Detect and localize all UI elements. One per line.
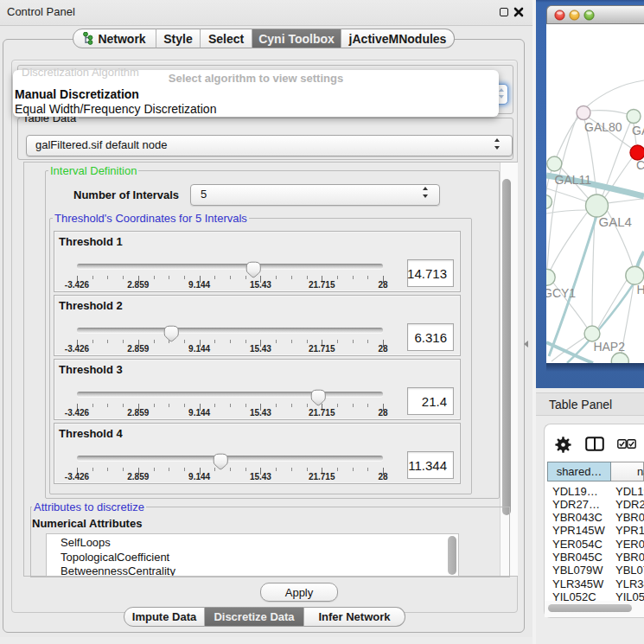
- svg-text:GCY1: GCY1: [546, 286, 576, 300]
- svg-text:GAL11: GAL11: [555, 173, 592, 187]
- svg-text:GAL4: GAL4: [599, 214, 632, 229]
- svg-text:CY: CY: [636, 158, 644, 172]
- svg-text:GAL2: GAL2: [632, 124, 644, 137]
- svg-text:GAL80: GAL80: [584, 120, 622, 134]
- svg-text:HAP2: HAP2: [593, 340, 625, 354]
- svg-text:HA: HA: [637, 283, 644, 296]
